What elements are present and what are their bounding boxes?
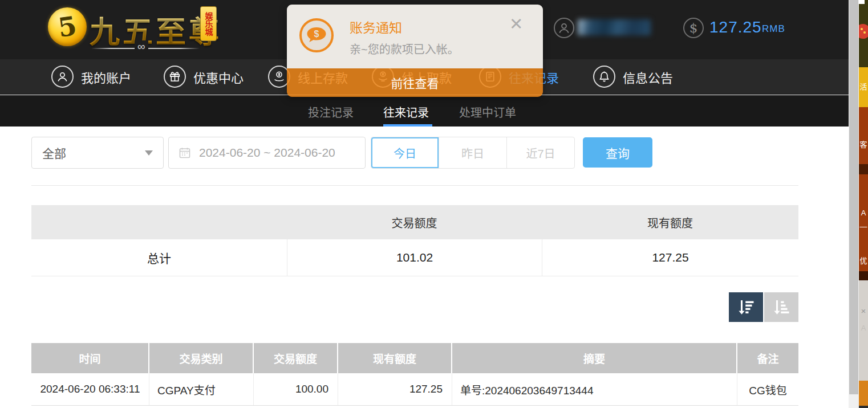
scrollbar-thumb[interactable] <box>849 0 858 394</box>
cell-type: CGPAY支付 <box>149 373 254 405</box>
tab-pending-orders[interactable]: 处理中订单 <box>459 104 516 120</box>
section-divider <box>31 185 798 186</box>
query-button[interactable]: 查询 <box>583 137 652 168</box>
strip-divider <box>859 164 868 174</box>
strip-notch <box>859 0 865 4</box>
category-select-value: 全部 <box>42 144 66 161</box>
sort-ascending-button[interactable] <box>764 292 798 322</box>
records-table-header: 时间 交易类别 交易额度 现有额度 摘要 备注 <box>31 343 798 373</box>
tab-transaction-records[interactable]: 往来记录 <box>383 104 429 120</box>
strip-divider <box>859 271 868 280</box>
cell-time: 2024-06-20 06:33:11 <box>31 373 149 405</box>
main-content: 全部 2024-06-20 ~ 2024-06-20 今日 昨日 近7日 查询 … <box>0 127 849 408</box>
notification-body: $ 账务通知 亲~您的款项已入帐。 ✕ <box>287 5 543 68</box>
user-avatar-icon[interactable] <box>554 18 574 38</box>
tab-bet-records[interactable]: 投注记录 <box>308 104 354 120</box>
nav-item-my-account[interactable]: 我的账户 <box>51 66 131 88</box>
summary-table-header: 交易额度 现有额度 <box>31 205 798 239</box>
notification-message: 亲~您的款项已入帐。 <box>350 40 459 57</box>
cell-balance: 127.25 <box>338 373 452 405</box>
notification-popup: $ 账务通知 亲~您的款项已入帐。 ✕ 前往查看 <box>287 5 543 97</box>
summary-header-balance: 现有额度 <box>542 205 798 239</box>
table-row: 2024-06-20 06:33:11 CGPAY支付 100.00 127.2… <box>31 373 798 406</box>
strip-label: 活 <box>859 83 868 91</box>
col-amount: 交易额度 <box>254 343 338 373</box>
strip-red-badge-icon[interactable] <box>859 24 868 39</box>
sub-tabs: 投注记录 往来记录 处理中订单 <box>0 95 849 127</box>
flourish-swirl-icon: ∞ <box>135 40 148 53</box>
side-quick-menu-strip: 活 客 A — 优 × A <box>859 0 868 408</box>
strip-label: A <box>859 209 868 217</box>
quick-yesterday-button[interactable]: 昨日 <box>439 137 507 168</box>
summary-total-label: 总计 <box>31 239 287 276</box>
cell-amount: 100.00 <box>254 373 338 405</box>
balance-dollar-icon: $ <box>683 18 704 38</box>
date-range-value: 2024-06-20 ~ 2024-06-20 <box>199 146 335 160</box>
col-balance: 现有额度 <box>338 343 452 373</box>
strip-dash: — <box>859 222 868 231</box>
cell-summary: 单号:202406203649713444 <box>452 373 737 405</box>
sort-desc-icon <box>736 297 756 317</box>
quick-today-button[interactable]: 今日 <box>371 137 439 168</box>
summary-total-row: 总计 101.02 127.25 <box>31 239 798 276</box>
bell-icon <box>593 66 615 88</box>
strip-ghost-label: A <box>859 324 868 332</box>
nav-label: 优惠中心 <box>193 68 244 86</box>
balance-currency: RMB <box>762 23 785 35</box>
page: 5 九五至尊 ∞ 娱乐城 $ 127.25 RMB 我的账户 优惠中心 <box>0 0 868 408</box>
strip-label: 客 <box>859 140 868 149</box>
svg-text:$: $ <box>314 29 319 39</box>
strip-item-app[interactable]: A — 优 <box>859 174 868 271</box>
col-note: 备注 <box>737 343 798 373</box>
summary-trade-total: 101.02 <box>287 239 542 276</box>
cell-note: CG钱包 <box>737 373 798 405</box>
nav-label: 信息公告 <box>623 68 673 86</box>
summary-header-trade: 交易额度 <box>287 205 542 239</box>
scrollbar-track[interactable] <box>849 0 859 408</box>
category-select[interactable]: 全部 <box>31 137 164 169</box>
quick-date-group: 今日 昨日 近7日 <box>371 137 575 169</box>
quick-last7days-button[interactable]: 近7日 <box>507 137 574 168</box>
account-icon <box>51 66 74 88</box>
strip-item-activity[interactable]: 活 <box>859 67 868 107</box>
brand-badge: 娱乐城 <box>200 6 217 41</box>
strip-seg-top <box>859 0 868 67</box>
summary-header-empty <box>31 205 287 239</box>
col-time: 时间 <box>31 343 149 373</box>
notification-action-button[interactable]: 前往查看 <box>287 68 543 97</box>
summary-balance-total: 127.25 <box>542 239 798 276</box>
notification-money-chat-icon: $ <box>299 18 334 52</box>
notification-title: 账务通知 <box>350 17 402 36</box>
nav-item-promotions[interactable]: 优惠中心 <box>164 66 244 88</box>
nav-item-announcements[interactable]: 信息公告 <box>593 66 673 88</box>
brand-coin-logo[interactable]: 5 <box>48 7 87 46</box>
chevron-down-icon <box>145 150 153 156</box>
col-summary: 摘要 <box>452 343 737 373</box>
sort-asc-icon <box>771 297 792 317</box>
nav-label: 我的账户 <box>81 68 131 86</box>
calendar-icon <box>178 146 192 160</box>
strip-label: 优 <box>859 256 868 265</box>
date-range-input[interactable]: 2024-06-20 ~ 2024-06-20 <box>168 137 366 169</box>
username-blurred[interactable] <box>578 19 651 35</box>
balance-amount[interactable]: 127.25 <box>709 18 762 36</box>
strip-item-service[interactable]: 客 <box>859 107 868 164</box>
strip-close-icon[interactable]: × <box>859 307 868 315</box>
sort-descending-button[interactable] <box>729 292 763 322</box>
coin-digit: 5 <box>56 10 78 43</box>
close-icon[interactable]: ✕ <box>509 16 523 32</box>
strip-item-panel[interactable]: × A <box>859 280 868 381</box>
gift-icon <box>164 66 186 88</box>
strip-seg-orange <box>859 381 868 406</box>
col-type: 交易类别 <box>149 343 254 373</box>
